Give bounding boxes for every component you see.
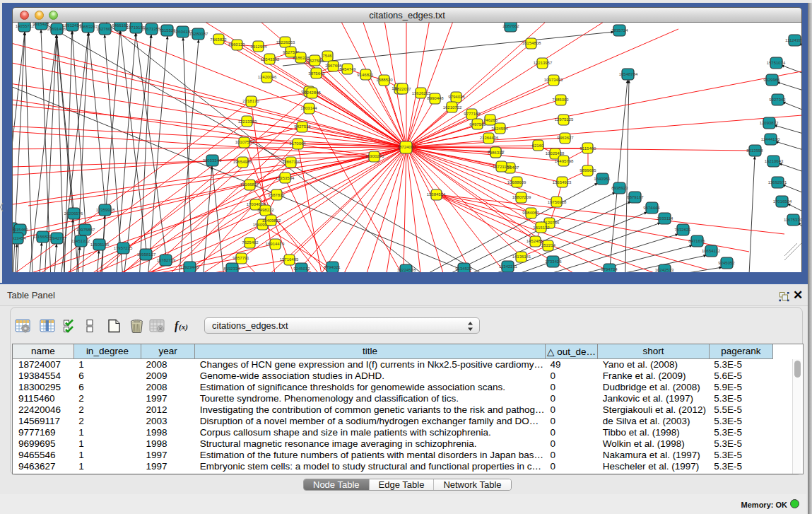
svg-text:12213957: 12213957 xyxy=(534,61,553,65)
svg-text:6497568: 6497568 xyxy=(469,122,486,127)
svg-text:19756928: 19756928 xyxy=(548,200,567,204)
svg-text:6879197: 6879197 xyxy=(627,195,644,199)
svg-text:13654923: 13654923 xyxy=(553,180,572,185)
svg-text:26206576: 26206576 xyxy=(64,211,83,216)
svg-text:7986312: 7986312 xyxy=(487,151,504,155)
svg-text:10671355: 10671355 xyxy=(142,27,161,31)
svg-text:8471676: 8471676 xyxy=(688,239,705,243)
svg-text:14136141: 14136141 xyxy=(512,255,531,259)
svg-text:15751074: 15751074 xyxy=(767,61,786,65)
svg-text:19166827: 19166827 xyxy=(240,182,259,187)
svg-text:1803144: 1803144 xyxy=(300,106,317,110)
svg-text:1527602: 1527602 xyxy=(96,27,113,31)
svg-text:10025438: 10025438 xyxy=(546,151,565,156)
svg-text:11342211: 11342211 xyxy=(499,264,517,269)
svg-text:15384554: 15384554 xyxy=(427,192,446,197)
svg-text:21364436: 21364436 xyxy=(480,136,499,140)
svg-text:18807209: 18807209 xyxy=(512,195,531,199)
svg-text:10688609: 10688609 xyxy=(507,180,526,185)
svg-text:16914479: 16914479 xyxy=(266,242,285,246)
svg-text:13692971: 13692971 xyxy=(768,180,787,185)
svg-text:12942737: 12942737 xyxy=(48,236,67,240)
svg-text:7546: 7546 xyxy=(322,54,332,58)
svg-text:3912954: 3912954 xyxy=(250,45,267,49)
svg-text:10107553: 10107553 xyxy=(235,140,254,144)
svg-text:746266: 746266 xyxy=(483,118,498,122)
svg-text:7632621: 7632621 xyxy=(674,228,691,232)
svg-text:18724007: 18724007 xyxy=(397,145,416,149)
svg-text:9134522: 9134522 xyxy=(455,267,472,271)
svg-text:9674444: 9674444 xyxy=(643,206,660,210)
svg-text:9227342: 9227342 xyxy=(769,98,786,102)
svg-text:7625402: 7625402 xyxy=(242,240,259,245)
svg-text:12444130: 12444130 xyxy=(761,137,780,141)
svg-text:9913454: 9913454 xyxy=(13,236,26,240)
svg-text:9146821: 9146821 xyxy=(357,73,374,77)
svg-text:9245012: 9245012 xyxy=(293,267,310,271)
svg-text:8990448: 8990448 xyxy=(427,96,444,100)
svg-text:2087662: 2087662 xyxy=(502,24,519,28)
svg-text:10224578: 10224578 xyxy=(397,268,416,272)
svg-text:1615132: 1615132 xyxy=(533,226,550,230)
svg-text:9427512: 9427512 xyxy=(294,124,311,129)
svg-text:12505135: 12505135 xyxy=(90,243,110,247)
svg-text:1588520: 1588520 xyxy=(376,78,393,82)
svg-text:9794028: 9794028 xyxy=(448,95,465,99)
svg-text:8213958: 8213958 xyxy=(746,148,763,153)
svg-text:10958127: 10958127 xyxy=(137,252,156,257)
svg-text:9245052: 9245052 xyxy=(718,261,735,265)
svg-text:12923448: 12923448 xyxy=(180,265,199,269)
svg-text:16154808: 16154808 xyxy=(522,41,541,45)
svg-text:12420046: 12420046 xyxy=(258,75,277,79)
svg-text:11675330: 11675330 xyxy=(784,218,801,222)
svg-text:11451312: 11451312 xyxy=(71,239,90,243)
svg-text:9777169: 9777169 xyxy=(464,112,481,116)
svg-text:(x): (x) xyxy=(179,322,188,332)
svg-text:17957225: 17957225 xyxy=(114,246,133,250)
svg-text:17359928: 17359928 xyxy=(96,208,115,212)
svg-text:62160: 62160 xyxy=(532,144,544,148)
svg-text:3875645: 3875645 xyxy=(308,71,325,76)
svg-text:9915460: 9915460 xyxy=(13,228,28,232)
svg-text:8660123: 8660123 xyxy=(228,42,245,47)
svg-text:15721183: 15721183 xyxy=(493,165,512,169)
svg-text:10973493: 10973493 xyxy=(544,78,563,82)
svg-text:7485003: 7485003 xyxy=(552,98,569,102)
svg-text:16210643: 16210643 xyxy=(765,159,784,163)
svg-text:3170064: 3170064 xyxy=(289,141,306,146)
svg-text:20053346: 20053346 xyxy=(203,158,222,163)
svg-text:9527505: 9527505 xyxy=(307,59,324,63)
svg-text:8794021: 8794021 xyxy=(324,265,341,269)
svg-text:12975125: 12975125 xyxy=(555,117,574,122)
svg-text:11124373: 11124373 xyxy=(785,38,801,42)
svg-text:15300275: 15300275 xyxy=(365,154,384,158)
svg-text:9899695: 9899695 xyxy=(579,168,596,173)
svg-text:8454749: 8454749 xyxy=(339,67,356,71)
svg-text:15226053: 15226053 xyxy=(276,40,295,45)
svg-text:252214: 252214 xyxy=(541,243,556,247)
svg-text:12353594: 12353594 xyxy=(276,176,295,180)
svg-text:2718170: 2718170 xyxy=(242,99,259,103)
svg-text:10653267: 10653267 xyxy=(79,25,98,29)
svg-text:3624554: 3624554 xyxy=(491,127,508,131)
svg-text:16782759: 16782759 xyxy=(157,258,176,262)
svg-text:9242848: 9242848 xyxy=(304,90,321,95)
svg-text:16548784: 16548784 xyxy=(619,72,638,76)
svg-text:14495798: 14495798 xyxy=(555,159,574,163)
svg-text:9329966: 9329966 xyxy=(763,78,780,82)
svg-text:9084067: 9084067 xyxy=(522,211,539,215)
svg-text:19654985: 19654985 xyxy=(233,160,252,164)
svg-text:15716485: 15716485 xyxy=(280,257,299,262)
svg-text:1733426: 1733426 xyxy=(545,259,562,264)
svg-text:10242533: 10242533 xyxy=(655,268,674,272)
svg-text:10975887: 10975887 xyxy=(76,228,95,232)
svg-text:7835724: 7835724 xyxy=(611,28,628,33)
svg-text:3587833: 3587833 xyxy=(268,193,285,197)
svg-text:9115460: 9115460 xyxy=(580,146,597,151)
svg-text:5498222: 5498222 xyxy=(257,208,274,212)
svg-text:9657791: 9657791 xyxy=(233,256,249,260)
svg-text:10654112: 10654112 xyxy=(702,249,721,253)
svg-text:9915428: 9915428 xyxy=(33,23,49,26)
svg-text:1640951: 1640951 xyxy=(594,177,611,181)
svg-text:8938923: 8938923 xyxy=(611,186,628,190)
